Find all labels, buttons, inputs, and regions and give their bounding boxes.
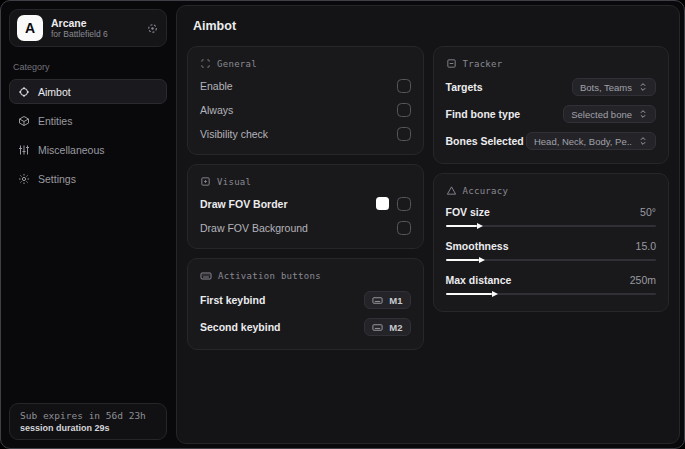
setting-label: Always	[200, 104, 233, 116]
subscription-info: Sub expires in 56d 23h session duration …	[9, 403, 167, 440]
panel-general: General Enable Always Visibility check	[187, 46, 424, 155]
panel-title: Visual	[217, 177, 251, 187]
keyboard-icon	[372, 322, 383, 333]
right-column: Tracker Targets Bots, Teams	[433, 46, 670, 312]
find-bone-type-select[interactable]: Selected bone	[563, 105, 656, 123]
keybind-value: M1	[389, 295, 402, 306]
setting-row-find-bone-type: Find bone type Selected bone	[446, 105, 657, 123]
slider-thumb[interactable]	[446, 259, 480, 261]
app-name: Arcane	[51, 17, 138, 30]
slider-thumb[interactable]	[446, 293, 492, 295]
smoothness-value: 15.0	[636, 240, 656, 252]
setting-label: Smoothness	[446, 240, 509, 252]
first-keybind-button[interactable]: M1	[364, 291, 410, 309]
setting-row-enable: Enable	[200, 78, 411, 93]
triangle-icon	[446, 185, 457, 196]
frame-plus-icon	[200, 176, 211, 187]
cube-icon	[18, 115, 30, 127]
setting-label: Second keybind	[200, 321, 281, 333]
setting-row-first-keybind: First keybind M1	[200, 291, 411, 309]
draw-fov-background-checkbox[interactable]	[397, 221, 411, 235]
bones-selected-select[interactable]: Head, Neck, Body, Pe..	[526, 132, 656, 150]
chevrons-up-down-icon	[638, 82, 648, 92]
sidebar-item-label: Entities	[38, 115, 72, 127]
second-keybind-button[interactable]: M2	[364, 318, 410, 336]
app-logo: A	[17, 15, 43, 41]
enable-checkbox[interactable]	[397, 79, 411, 93]
select-value: Selected bone	[571, 109, 632, 120]
setting-label: FOV size	[446, 206, 490, 218]
setting-row-smoothness: Smoothness 15.0	[446, 240, 657, 264]
panel-accuracy: Accuracy FOV size 50°	[433, 173, 670, 312]
panel-general-header: General	[200, 58, 411, 69]
sidebar-item-miscellaneous[interactable]: Miscellaneous	[9, 137, 167, 162]
square-minus-icon	[446, 58, 457, 69]
setting-label: Enable	[200, 80, 233, 92]
setting-label: Bones Selected	[446, 135, 524, 147]
setting-row-draw-fov-border: Draw FOV Border	[200, 196, 411, 211]
sub-expiry-text: Sub expires in 56d 23h	[20, 410, 156, 421]
setting-label: Draw FOV Border	[200, 198, 288, 210]
setting-row-second-keybind: Second keybind M2	[200, 318, 411, 336]
main-content: Aimbot General Enable	[176, 5, 680, 444]
sidebar-item-label: Miscellaneous	[38, 144, 105, 156]
sidebar-item-aimbot[interactable]: Aimbot	[9, 79, 167, 104]
session-duration-text: session duration 29s	[20, 423, 156, 433]
target-scan-icon[interactable]	[146, 22, 159, 35]
panel-title: Tracker	[463, 59, 503, 69]
setting-row-fov-size: FOV size 50°	[446, 206, 657, 230]
keybind-value: M2	[389, 322, 402, 333]
chevrons-up-down-icon	[638, 136, 648, 146]
panel-tracker: Tracker Targets Bots, Teams	[433, 46, 670, 164]
targets-select[interactable]: Bots, Teams	[572, 78, 656, 96]
sidebar-item-settings[interactable]: Settings	[9, 166, 167, 191]
panel-activation-buttons: Activation buttons First keybind M1	[187, 258, 424, 350]
sidebar-item-entities[interactable]: Entities	[9, 108, 167, 133]
setting-row-bones-selected: Bones Selected Head, Neck, Body, Pe..	[446, 132, 657, 150]
setting-row-targets: Targets Bots, Teams	[446, 78, 657, 96]
panel-activation-header: Activation buttons	[200, 270, 411, 282]
panel-tracker-header: Tracker	[446, 58, 657, 69]
setting-row-draw-fov-background: Draw FOV Background	[200, 220, 411, 235]
fov-size-slider[interactable]	[446, 222, 657, 230]
always-checkbox[interactable]	[397, 103, 411, 117]
fov-size-value: 50°	[640, 206, 656, 218]
brand-text: Arcane for Battlefield 6	[51, 17, 138, 40]
smoothness-slider[interactable]	[446, 256, 657, 264]
panel-title: Accuracy	[463, 186, 509, 196]
setting-row-max-distance: Max distance 250m	[446, 274, 657, 298]
setting-label: Find bone type	[446, 108, 521, 120]
gear-icon	[18, 173, 30, 185]
max-distance-value: 250m	[630, 274, 656, 286]
setting-label: Max distance	[446, 274, 512, 286]
app-window: A Arcane for Battlefield 6 Category	[0, 0, 685, 449]
category-label: Category	[13, 62, 163, 72]
setting-row-visibility-check: Visibility check	[200, 126, 411, 141]
box-select-icon	[200, 58, 211, 69]
panel-columns: General Enable Always Visibility check	[187, 46, 669, 350]
panel-accuracy-header: Accuracy	[446, 185, 657, 196]
panel-title: Activation buttons	[218, 271, 321, 281]
fov-border-color-swatch[interactable]	[376, 197, 389, 210]
left-column: General Enable Always Visibility check	[187, 46, 424, 350]
select-value: Head, Neck, Body, Pe..	[534, 136, 632, 147]
keyboard-icon	[372, 295, 383, 306]
panel-visual: Visual Draw FOV Border Draw FOV Backgrou…	[187, 164, 424, 249]
draw-fov-border-checkbox[interactable]	[397, 197, 411, 211]
visibility-check-checkbox[interactable]	[397, 127, 411, 141]
slider-thumb[interactable]	[446, 225, 478, 227]
sidebar-nav: Aimbot Entities Miscellaneous	[9, 79, 167, 191]
setting-label: Draw FOV Background	[200, 222, 308, 234]
sidebar-item-label: Settings	[38, 173, 76, 185]
sidebar: A Arcane for Battlefield 6 Category	[1, 1, 175, 448]
panel-visual-header: Visual	[200, 176, 411, 187]
brand-card: A Arcane for Battlefield 6	[9, 9, 167, 47]
setting-label: Targets	[446, 81, 483, 93]
setting-controls	[376, 197, 411, 211]
keyboard-icon	[200, 270, 212, 282]
crosshair-icon	[18, 86, 30, 98]
page-title: Aimbot	[193, 19, 669, 33]
sliders-icon	[18, 144, 30, 156]
setting-label: Visibility check	[200, 128, 268, 140]
max-distance-slider[interactable]	[446, 290, 657, 298]
